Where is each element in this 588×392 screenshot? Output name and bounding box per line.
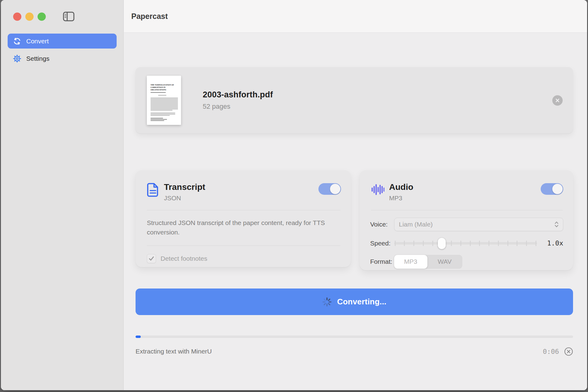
speed-value: 1.0x <box>537 239 563 247</box>
transcript-toggle[interactable] <box>318 183 341 195</box>
file-meta: 2003-ashforth.pdf 52 pages <box>203 90 273 111</box>
transcript-format: JSON <box>164 194 205 202</box>
file-card: THE NORMALIZATION OF CORRUPTION IN ORGAN… <box>136 67 573 133</box>
format-option-wav[interactable]: WAV <box>427 255 462 269</box>
page-title: Papercast <box>131 12 168 21</box>
format-option-mp3[interactable]: MP3 <box>394 255 427 269</box>
convert-button-label: Converting... <box>337 297 387 307</box>
divider <box>147 245 340 246</box>
waveform-icon <box>371 183 384 197</box>
close-icon <box>555 98 560 103</box>
audio-card: Audio MP3 Voice: Liam (Male) <box>360 170 573 270</box>
voice-label: Voice: <box>370 221 394 228</box>
file-name: 2003-ashforth.pdf <box>203 90 273 100</box>
transcript-card: Transcript JSON Structured JSON transcri… <box>136 170 351 267</box>
sidebar-item-settings[interactable]: Settings <box>8 51 117 66</box>
voice-select[interactable]: Liam (Male) <box>394 218 564 231</box>
minimize-window-button[interactable] <box>25 13 34 21</box>
slider-ticks <box>395 241 537 246</box>
elapsed-time: 0:06 <box>543 348 559 355</box>
zoom-window-button[interactable] <box>38 13 46 21</box>
pdf-thumbnail-title: THE NORMALIZATION OF CORRUPTION IN ORGAN… <box>151 84 178 91</box>
sidebar-toggle-icon[interactable] <box>63 11 75 22</box>
audio-toggle[interactable] <box>541 183 563 195</box>
toggle-knob <box>552 184 563 194</box>
divider <box>371 210 563 210</box>
sidebar-nav: Convert <box>8 34 117 68</box>
speed-row: Speed: 1.0x <box>370 238 564 249</box>
voice-row: Voice: Liam (Male) <box>370 218 564 231</box>
sync-icon <box>13 37 22 46</box>
convert-button[interactable]: Converting... <box>136 289 573 315</box>
document-icon <box>147 183 159 197</box>
app-window: Convert <box>1 0 587 390</box>
transcript-title: Transcript <box>164 183 205 192</box>
spinner-icon <box>322 297 332 307</box>
cancel-conversion-button[interactable] <box>564 347 573 356</box>
gear-icon <box>13 54 22 63</box>
voice-value: Liam (Male) <box>399 221 555 228</box>
remove-file-button[interactable] <box>552 95 563 106</box>
sidebar-item-label: Settings <box>26 55 49 62</box>
sidebar: Convert <box>1 0 124 390</box>
main-content: THE NORMALIZATION OF CORRUPTION IN ORGAN… <box>124 33 587 390</box>
file-page-count: 52 pages <box>203 103 273 111</box>
transcript-description: Structured JSON transcript of the paper … <box>136 210 351 237</box>
audio-format: MP3 <box>389 194 413 202</box>
sidebar-item-convert[interactable]: Convert <box>8 34 117 49</box>
sidebar-item-label: Convert <box>26 38 49 45</box>
format-row: Format: MP3 WAV <box>370 255 564 269</box>
format-label: Format: <box>370 258 394 265</box>
stop-circle-icon <box>564 347 573 356</box>
detect-footnotes-checkbox[interactable] <box>147 254 156 263</box>
chevron-up-down-icon <box>554 221 559 228</box>
status-row: Extracting text with MinerU 0:06 <box>136 347 573 356</box>
traffic-lights <box>13 13 46 21</box>
options-row: Transcript JSON Structured JSON transcri… <box>136 170 573 270</box>
detect-footnotes-row: Detect footnotes <box>147 254 339 263</box>
close-window-button[interactable] <box>13 13 21 21</box>
speed-label: Speed: <box>370 240 394 247</box>
detect-footnotes-label: Detect footnotes <box>161 255 207 262</box>
progress-fill <box>136 336 141 338</box>
progress-status-text: Extracting text with MinerU <box>136 348 543 355</box>
checkmark-icon <box>149 256 154 261</box>
audio-title: Audio <box>389 183 413 192</box>
progress-bar <box>136 336 573 338</box>
speed-slider[interactable] <box>394 238 537 249</box>
slider-knob[interactable] <box>438 238 446 249</box>
titlebar: Papercast <box>124 0 587 33</box>
format-segmented-control: MP3 WAV <box>394 255 462 269</box>
toggle-knob <box>330 184 340 194</box>
pdf-thumbnail: THE NORMALIZATION OF CORRUPTION IN ORGAN… <box>147 76 181 125</box>
